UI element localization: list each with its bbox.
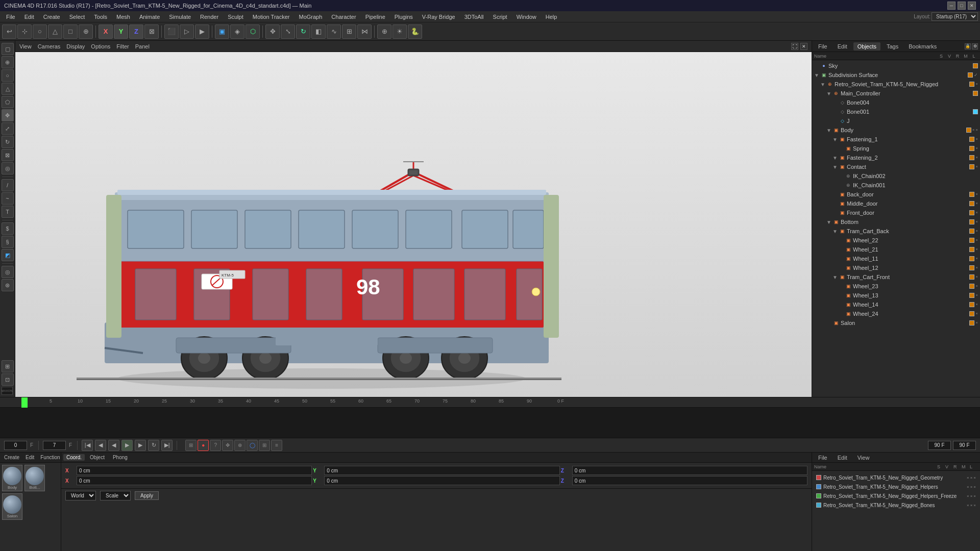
axis-x[interactable]: X bbox=[99, 24, 113, 39]
menu-motion-tracker[interactable]: Motion Tracker bbox=[249, 13, 294, 21]
tree-item-cart-back[interactable]: ▼ ▣ Tram_Cart_Back × bbox=[812, 227, 980, 236]
timeline-position-indicator[interactable] bbox=[21, 397, 28, 408]
tool-move[interactable]: ✥ bbox=[265, 24, 280, 39]
panel-tab-bookmarks[interactable]: Bookmarks bbox=[904, 42, 941, 51]
panel-tab-edit[interactable]: Edit bbox=[834, 42, 851, 51]
play-forward-button[interactable]: ▶ bbox=[121, 440, 133, 451]
menu-file[interactable]: File bbox=[2, 13, 19, 21]
tree-item-wheel12[interactable]: ▣ Wheel_12 × bbox=[812, 263, 980, 272]
mode-edges[interactable]: ○ bbox=[33, 24, 47, 39]
light-tool[interactable]: ☀ bbox=[393, 24, 407, 39]
vp-close[interactable]: ✕ bbox=[800, 43, 807, 50]
render-viewport[interactable]: ▷ bbox=[180, 24, 194, 39]
tool-spline[interactable]: ~ bbox=[2, 192, 14, 205]
tree-item-front-door[interactable]: ▣ Front_door × bbox=[812, 208, 980, 217]
tree-item-tram[interactable]: ▼ ⊕ Retro_Soviet_Tram_KTM-5_New_Rigged × bbox=[812, 80, 980, 89]
vp-cameras[interactable]: Cameras bbox=[38, 43, 61, 49]
timeline-tracks[interactable] bbox=[0, 408, 980, 438]
tool-camera[interactable]: ◎ bbox=[2, 162, 14, 174]
menu-render[interactable]: Render bbox=[196, 13, 223, 21]
mat-tab-create[interactable]: Create bbox=[2, 454, 21, 461]
axis-y[interactable]: Y bbox=[114, 24, 128, 39]
tool-extrude[interactable]: ⊞ bbox=[342, 24, 356, 39]
menu-create[interactable]: Create bbox=[39, 13, 64, 21]
axis-z[interactable]: Z bbox=[129, 24, 143, 39]
tool-text[interactable]: T bbox=[2, 206, 14, 218]
tree-item-controller[interactable]: ▼ ⊕ Main_Controller bbox=[812, 89, 980, 98]
tree-item-ik001[interactable]: ⊕ IK_Chain001 bbox=[812, 181, 980, 190]
material-bottom[interactable]: Bott... bbox=[24, 465, 45, 491]
tool-select-path[interactable]: ⬠ bbox=[2, 96, 14, 108]
tree-item-fastening2[interactable]: ▼ ▣ Fastening_2 × bbox=[812, 153, 980, 162]
viewport-canvas[interactable]: 98 KTM-5 bbox=[15, 52, 812, 397]
menu-plugins[interactable]: Plugins bbox=[390, 13, 417, 21]
tree-item-bottom[interactable]: ▼ ▣ Bottom × bbox=[812, 217, 980, 227]
mode-faces[interactable]: △ bbox=[48, 24, 62, 39]
tool-deform2[interactable]: § bbox=[2, 236, 14, 248]
menu-select[interactable]: Select bbox=[65, 13, 89, 21]
layer-bones[interactable]: Retro_Soviet_Tram_KTM-5_New_Rigged_Bones… bbox=[814, 500, 978, 510]
right-tab-view[interactable]: View bbox=[853, 454, 874, 462]
layer-geometry[interactable]: Retro_Soviet_Tram_KTM-5_New_Rigged_Geome… bbox=[814, 473, 978, 482]
right-tab-file[interactable]: File bbox=[814, 454, 831, 462]
vp-options[interactable]: Options bbox=[91, 43, 110, 49]
menu-mograph[interactable]: MoGraph bbox=[295, 13, 326, 21]
tool-select-rect[interactable]: ▢ bbox=[2, 43, 14, 55]
tree-item-wheel24[interactable]: ▣ Wheel_24 × bbox=[812, 309, 980, 318]
tree-item-bone004[interactable]: ◇ Bone004 bbox=[812, 98, 980, 107]
end-frame-input2[interactable] bbox=[953, 441, 976, 450]
tree-item-j[interactable]: ◇ J bbox=[812, 116, 980, 126]
python-tool[interactable]: 🐍 bbox=[408, 24, 422, 39]
material-body[interactable]: Body bbox=[2, 465, 22, 491]
step-forward-button[interactable]: ▶ bbox=[135, 440, 146, 451]
menu-help[interactable]: Help bbox=[542, 13, 561, 21]
tree-item-ik002[interactable]: ⊕ IK_Chain002 bbox=[812, 171, 980, 181]
tool-select-polygon[interactable]: △ bbox=[2, 83, 14, 95]
tree-item-middle-door[interactable]: ▣ Middle_door × bbox=[812, 199, 980, 208]
tree-item-wheel21[interactable]: ▣ Wheel_21 × bbox=[812, 245, 980, 254]
tree-item-spring[interactable]: ▣ Spring × bbox=[812, 144, 980, 153]
menu-3dtoall[interactable]: 3DToAll bbox=[460, 13, 488, 21]
tool-rotate2[interactable]: ↻ bbox=[2, 136, 14, 148]
tree-item-wheel22[interactable]: ▣ Wheel_22 × bbox=[812, 236, 980, 245]
menu-edit[interactable]: Edit bbox=[20, 13, 38, 21]
attr-tab-phong[interactable]: Phong bbox=[110, 454, 131, 461]
menu-window[interactable]: Window bbox=[512, 13, 541, 21]
minimize-button[interactable]: ─ bbox=[947, 2, 955, 10]
mode-points[interactable]: ⊹ bbox=[17, 24, 32, 39]
menu-character[interactable]: Character bbox=[327, 13, 360, 21]
pb-icon-help[interactable]: ? bbox=[210, 440, 221, 451]
tool-scale[interactable]: ⤡ bbox=[281, 24, 295, 39]
pb-icon-5[interactable]: ⊕ bbox=[234, 440, 246, 451]
play-back-button[interactable]: ◀ bbox=[108, 440, 119, 451]
x-scale-input[interactable] bbox=[77, 476, 312, 485]
tool-move-active[interactable]: ✥ bbox=[2, 109, 14, 121]
tree-item-contact[interactable]: ▼ ▣ Contact × bbox=[812, 162, 980, 171]
world-select[interactable]: World bbox=[65, 491, 96, 500]
panel-lock[interactable]: 🔒 bbox=[965, 43, 971, 49]
tool-rotate[interactable]: ↻ bbox=[296, 24, 310, 39]
tool-knife[interactable]: ∿ bbox=[327, 24, 341, 39]
tool-scale2[interactable]: ⤢ bbox=[2, 122, 14, 135]
step-back-button[interactable]: ◀ bbox=[95, 440, 106, 451]
undo-button[interactable]: ↩ bbox=[2, 24, 16, 39]
apply-button[interactable]: Apply bbox=[135, 491, 159, 500]
tool-paint[interactable]: / bbox=[2, 179, 14, 191]
scale-select[interactable]: Scale bbox=[100, 491, 131, 500]
tree-item-cart-front[interactable]: ▼ ▣ Tram_Cart_Front × bbox=[812, 272, 980, 282]
layer-helpers[interactable]: Retro_Soviet_Tram_KTM-5_New_Rigged_Helpe… bbox=[814, 482, 978, 491]
z-pos-input[interactable] bbox=[572, 466, 807, 475]
tool-texture[interactable]: ⊛ bbox=[2, 279, 14, 291]
right-tab-edit[interactable]: Edit bbox=[834, 454, 851, 462]
maximize-button[interactable]: □ bbox=[958, 2, 966, 10]
frame2-input[interactable] bbox=[43, 441, 66, 450]
snap-tool[interactable]: ⊕ bbox=[377, 24, 391, 39]
menu-pipeline[interactable]: Pipeline bbox=[361, 13, 389, 21]
material-salon[interactable]: Salon bbox=[2, 493, 22, 520]
tree-item-wheel13[interactable]: ▣ Wheel_13 × bbox=[812, 291, 980, 300]
pb-icon-record[interactable]: ● bbox=[198, 440, 209, 451]
menu-script[interactable]: Script bbox=[489, 13, 511, 21]
panel-tab-tags[interactable]: Tags bbox=[883, 42, 902, 51]
tool-7[interactable]: ⋈ bbox=[357, 24, 372, 39]
vp-maximize[interactable]: ⛶ bbox=[791, 43, 798, 50]
